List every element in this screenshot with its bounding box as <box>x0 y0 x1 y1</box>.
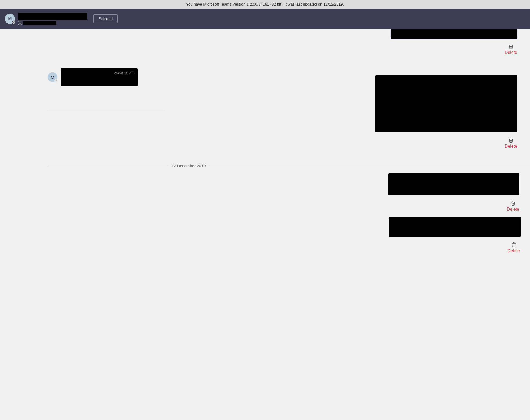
delete-action-row: Delete <box>48 39 530 58</box>
delete-label: Delete <box>507 207 519 212</box>
delete-button[interactable]: Delete <box>507 242 530 253</box>
delete-label: Delete <box>507 248 520 253</box>
presence-offline-icon <box>12 21 16 24</box>
delete-label: Delete <box>505 50 517 55</box>
message-bubble-outgoing-redacted[interactable] <box>391 29 517 39</box>
message-row-split: M 20/05 09:38 <box>48 58 530 132</box>
skype-icon: S <box>18 21 22 25</box>
message-row-outgoing <box>165 75 530 132</box>
date-divider: 17 December 2019 <box>48 163 530 168</box>
delete-button[interactable]: Delete <box>505 137 530 149</box>
trash-icon <box>511 242 516 248</box>
message-bubble-outgoing-redacted[interactable] <box>375 75 517 132</box>
delete-action-row: Delete <box>48 237 530 256</box>
avatar-initial: M <box>8 16 12 21</box>
delete-button[interactable]: Delete <box>505 43 530 55</box>
message-row-outgoing <box>48 217 530 237</box>
update-notification-bar: You have Microsoft Teams Version 1.2.00.… <box>0 0 530 9</box>
contact-avatar[interactable]: M <box>5 14 15 24</box>
external-label: External <box>98 17 113 21</box>
message-bubble-outgoing-redacted[interactable] <box>388 173 519 195</box>
delete-action-row: Delete <box>48 195 530 214</box>
message-timestamp: 20/05 09:38 <box>114 71 133 75</box>
message-bubble-outgoing-redacted[interactable] <box>389 217 521 237</box>
message-row-outgoing <box>48 29 530 39</box>
message-bubble-incoming-redacted[interactable]: 20/05 09:38 <box>61 68 138 86</box>
delete-label: Delete <box>505 144 517 149</box>
contact-name-redacted <box>18 13 87 20</box>
message-row-outgoing <box>48 173 530 195</box>
contact-id-redacted <box>23 21 56 25</box>
divider-line <box>48 166 168 166</box>
message-row-incoming: M 20/05 09:38 <box>48 68 165 86</box>
external-badge: External <box>93 14 118 23</box>
chat-header: M S External <box>0 9 530 29</box>
trash-icon <box>508 43 514 49</box>
presence-offline-icon <box>54 79 58 83</box>
contact-name-block: S <box>18 13 87 25</box>
trash-icon <box>508 137 514 143</box>
date-label: 17 December 2019 <box>171 163 209 168</box>
trash-icon <box>510 200 516 206</box>
divider-line <box>209 166 530 166</box>
chat-messages-area: Delete M 20/05 09:38 <box>0 29 530 256</box>
delete-button[interactable]: Delete <box>507 200 530 212</box>
avatar-initial: M <box>51 75 54 80</box>
sender-avatar[interactable]: M <box>48 72 57 82</box>
contact-sub-info: S <box>18 21 87 25</box>
update-text: You have Microsoft Teams Version 1.2.00.… <box>186 2 344 6</box>
delete-action-row: Delete <box>48 132 530 151</box>
separator-line <box>48 111 165 111</box>
